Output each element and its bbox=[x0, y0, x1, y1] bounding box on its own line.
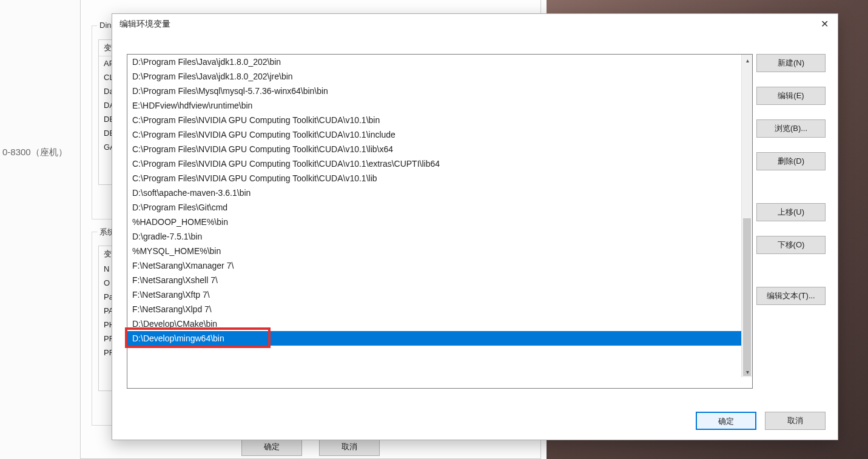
path-row[interactable]: C:\Program Files\NVIDIA GPU Computing To… bbox=[127, 171, 741, 186]
parent-ok-button[interactable]: 确定 bbox=[241, 438, 302, 456]
path-row[interactable]: %HADOOP_HOME%\bin bbox=[127, 215, 741, 229]
dialog-title: 编辑环境变量 bbox=[112, 14, 838, 35]
background-hint: 0-8300（座机） bbox=[0, 147, 67, 158]
path-row[interactable]: D:\Develop\mingw64\bin bbox=[127, 331, 741, 346]
path-row[interactable]: D:\Program Files\Java\jdk1.8.0_202\bin bbox=[127, 55, 741, 69]
path-row[interactable]: D:\Program Files\Mysql\mysql-5.7.36-winx… bbox=[127, 84, 741, 98]
path-row[interactable]: F:\NetSarang\Xftp 7\ bbox=[127, 287, 741, 302]
path-row[interactable]: D:\Program Files\Java\jdk1.8.0_202\jre\b… bbox=[127, 69, 741, 84]
path-row[interactable]: D:\gradle-7.5.1\bin bbox=[127, 229, 741, 244]
path-listbox[interactable]: D:\Program Files\Java\jdk1.8.0_202\binD:… bbox=[127, 54, 753, 389]
path-row[interactable]: D:\Develop\CMake\bin bbox=[127, 317, 741, 331]
edit-text-button[interactable]: 编辑文本(T)... bbox=[756, 287, 826, 305]
path-row[interactable]: C:\Program Files\NVIDIA GPU Computing To… bbox=[127, 156, 741, 171]
path-row[interactable]: E:\HDFview\hdfview\runtime\bin bbox=[127, 98, 741, 113]
scroll-up-arrow-icon[interactable]: ▴ bbox=[742, 55, 753, 65]
edit-button[interactable]: 编辑(E) bbox=[756, 87, 826, 105]
parent-cancel-button[interactable]: 取消 bbox=[319, 438, 380, 456]
path-row[interactable]: C:\Program Files\NVIDIA GPU Computing To… bbox=[127, 142, 741, 156]
path-row[interactable]: D:\soft\apache-maven-3.6.1\bin bbox=[127, 186, 741, 200]
cancel-button[interactable]: 取消 bbox=[765, 412, 826, 430]
browse-button[interactable]: 浏览(B)... bbox=[756, 119, 826, 138]
path-row[interactable]: F:\NetSarang\Xlpd 7\ bbox=[127, 302, 741, 317]
scroll-thumb[interactable] bbox=[743, 218, 751, 376]
path-row[interactable]: F:\NetSarang\Xmanager 7\ bbox=[127, 258, 741, 273]
scroll-down-arrow-icon[interactable]: ▾ bbox=[742, 366, 753, 377]
delete-button[interactable]: 删除(D) bbox=[756, 152, 826, 170]
ok-button[interactable]: 确定 bbox=[696, 412, 756, 430]
move-up-button[interactable]: 上移(U) bbox=[756, 203, 826, 221]
path-row[interactable]: %MYSQL_HOME%\bin bbox=[127, 244, 741, 258]
path-row[interactable]: C:\Program Files\NVIDIA GPU Computing To… bbox=[127, 127, 741, 142]
close-icon: ✕ bbox=[821, 18, 829, 30]
path-row[interactable]: F:\NetSarang\Xshell 7\ bbox=[127, 273, 741, 287]
path-row[interactable]: C:\Program Files\NVIDIA GPU Computing To… bbox=[127, 113, 741, 127]
new-button[interactable]: 新建(N) bbox=[756, 54, 826, 72]
vertical-scrollbar[interactable]: ▴ ▾ bbox=[741, 55, 752, 377]
edit-env-var-dialog: 编辑环境变量 ✕ D:\Program Files\Java\jdk1.8.0_… bbox=[112, 13, 838, 440]
path-row[interactable]: D:\Program Files\Git\cmd bbox=[127, 200, 741, 215]
close-button[interactable]: ✕ bbox=[815, 16, 834, 31]
move-down-button[interactable]: 下移(O) bbox=[756, 236, 826, 254]
